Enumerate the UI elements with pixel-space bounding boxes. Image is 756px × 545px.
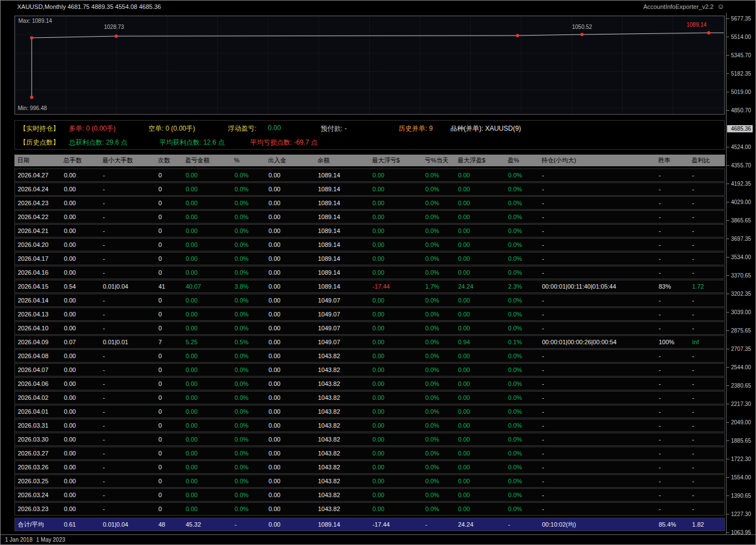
- cell-pnl-pct: 0.0%: [235, 266, 268, 279]
- cell-pnl: 0.00: [186, 169, 235, 181]
- price-axis-label: 5019.00: [731, 88, 751, 96]
- header-min-max-lots: 最小大手数: [102, 155, 158, 166]
- cell-balance: 1089.14: [318, 280, 372, 293]
- table-row[interactable]: 2026.04.150.540.01|0.044140.073.8%0.0010…: [14, 280, 725, 293]
- cell-profit-pct: 0.0%: [508, 225, 542, 237]
- table-row[interactable]: 2026.04.020.00-00.000.0%0.001043.820.000…: [14, 391, 725, 404]
- cell-win-rate: -: [659, 169, 692, 181]
- cell-min-max-lots: -: [103, 489, 158, 501]
- cell-hold-time: -: [542, 183, 659, 195]
- table-row[interactable]: 2026.04.200.00-00.000.0%0.001089.140.000…: [14, 238, 725, 251]
- cell-date: 2026.04.09: [18, 336, 64, 348]
- time-axis[interactable]: 1 Jan 2018 1 May 2023: [1, 534, 755, 544]
- cell-deposit-withdrawal: 0.00: [268, 489, 318, 501]
- cell-deposit-withdrawal: 0.00: [268, 239, 318, 251]
- cell-min-max-lots: 0.01|0.04: [103, 518, 158, 531]
- price-axis-label: 3697.35: [731, 235, 751, 242]
- table-row[interactable]: 2026.04.140.00-00.000.0%0.001049.070.000…: [14, 294, 725, 307]
- table-row[interactable]: 2026.04.160.00-00.000.0%0.001089.140.000…: [14, 266, 725, 279]
- table-row[interactable]: 2026.04.210.00-00.000.0%0.001089.140.000…: [14, 224, 725, 237]
- cell-loss-pct-day: 0.0%: [425, 364, 458, 376]
- cell-max-float-profit: 24.24: [458, 518, 508, 531]
- table-row[interactable]: 2026.04.010.00-00.000.0%0.001043.820.000…: [14, 405, 725, 418]
- cell-total-lots: 0.00: [64, 239, 103, 251]
- cell-win-rate: 85.4%: [659, 518, 692, 531]
- cell-max-float-loss: 0.00: [372, 169, 425, 181]
- cell-profit-pct: 0.0%: [508, 169, 542, 181]
- cell-date: 2026.04.22: [18, 211, 64, 223]
- table-row[interactable]: 2026.04.230.00-00.000.0%0.001089.140.000…: [14, 196, 725, 210]
- table-row[interactable]: 2026.03.300.00-00.000.0%0.001043.820.000…: [14, 433, 725, 446]
- table-row[interactable]: 2026.04.080.00-00.000.0%0.001043.820.000…: [14, 349, 725, 363]
- cell-hold-time: -: [542, 447, 659, 459]
- cell-pnl: 0.00: [186, 364, 235, 376]
- cell-loss-pct-day: 0.0%: [425, 183, 458, 195]
- header-max-float-loss: 最大浮亏$: [372, 155, 425, 166]
- price-axis-label: 2544.00: [731, 364, 751, 371]
- cell-profit-pct: 0.0%: [508, 475, 542, 487]
- price-axis-current-price: 4685.36: [727, 125, 753, 132]
- cell-loss-pct-day: 0.0%: [425, 475, 458, 487]
- table-row[interactable]: 2026.03.310.00-00.000.0%0.001043.820.000…: [14, 419, 725, 432]
- table-row[interactable]: 2026.04.270.00-00.000.0%0.001089.140.000…: [14, 169, 725, 182]
- cell-balance: 1043.82: [318, 503, 372, 515]
- cell-balance: 1043.82: [318, 461, 372, 473]
- cell-pnl: 0.00: [186, 239, 235, 251]
- table-row[interactable]: 2026.04.100.00-00.000.0%0.001049.070.000…: [14, 321, 725, 335]
- cell-pnl-pct: 0.0%: [235, 169, 268, 181]
- cell-deposit-withdrawal: 0.00: [268, 336, 318, 348]
- cell-balance: 1089.14: [318, 252, 372, 265]
- cell-pnl: 0.00: [186, 322, 235, 334]
- table-row[interactable]: 2026.04.170.00-00.000.0%0.001089.140.000…: [14, 252, 725, 265]
- table-row[interactable]: 2026.04.070.00-00.000.0%0.001043.820.000…: [14, 363, 725, 376]
- cell-profit-pct: 0.0%: [508, 183, 542, 195]
- cell-profit-pct: 0.0%: [508, 419, 542, 432]
- cell-profit-ratio: -: [692, 252, 725, 265]
- price-axis-label: 5345.70: [731, 52, 751, 59]
- cell-total-lots: 0.00: [64, 392, 103, 404]
- cell-deposit-withdrawal: 0.00: [268, 322, 318, 334]
- cell-profit-ratio: -: [692, 503, 725, 515]
- cell-max-float-profit: 24.24: [458, 280, 508, 293]
- cell-max-float-loss: 0.00: [372, 378, 425, 390]
- cell-trades: 0: [158, 294, 186, 306]
- cell-balance: 1043.82: [318, 419, 372, 432]
- cell-pnl-pct: 0.0%: [235, 378, 268, 390]
- cell-balance: 1049.07: [318, 294, 372, 306]
- table-row[interactable]: 2026.03.250.00-00.000.0%0.001043.820.000…: [14, 474, 725, 488]
- cell-win-rate: -: [659, 364, 692, 376]
- table-row[interactable]: 2026.04.090.070.01|0.0175.250.5%0.001049…: [14, 335, 725, 349]
- table-row[interactable]: 2026.03.230.00-00.000.0%0.001043.820.000…: [14, 502, 725, 516]
- cell-max-float-profit: 0.00: [458, 211, 508, 223]
- cell-deposit-withdrawal: 0.00: [268, 183, 318, 195]
- price-axis[interactable]: 5677.355514.005345.705182.355019.004850.…: [726, 13, 755, 534]
- cell-max-float-loss: 0.00: [372, 405, 425, 418]
- price-axis-label: 3534.00: [731, 254, 751, 261]
- cell-min-max-lots: -: [103, 225, 158, 237]
- cell-loss-pct-day: 0.0%: [425, 294, 458, 306]
- table-row[interactable]: 2026.04.220.00-00.000.0%0.001089.140.000…: [14, 210, 725, 224]
- cell-win-rate: -: [659, 239, 692, 251]
- cell-win-rate: -: [659, 419, 692, 432]
- table-summary-row[interactable]: 合计/平均0.610.01|0.044845.32-0.001089.14-17…: [14, 518, 725, 531]
- cell-min-max-lots: -: [103, 197, 158, 209]
- table-row[interactable]: 2026.03.260.00-00.000.0%0.001043.820.000…: [14, 460, 725, 474]
- cell-profit-pct: -: [508, 518, 542, 531]
- cell-date: 2026.04.14: [18, 294, 64, 306]
- cell-hold-time: 00:10:02(均): [542, 518, 659, 531]
- table-row[interactable]: 2026.04.240.00-00.000.0%0.001089.140.000…: [14, 182, 725, 196]
- cell-balance: 1089.14: [318, 266, 372, 279]
- cell-loss-pct-day: 0.0%: [425, 461, 458, 473]
- cell-pnl-pct: 0.0%: [235, 392, 268, 404]
- table-row[interactable]: 2026.04.130.00-00.000.0%0.001049.070.000…: [14, 308, 725, 321]
- indicator-smiley-icon: ☺: [717, 3, 724, 10]
- cell-deposit-withdrawal: 0.00: [268, 419, 318, 432]
- cell-max-float-loss: 0.00: [372, 433, 425, 445]
- cell-profit-pct: 0.0%: [508, 322, 542, 334]
- cell-pnl: 0.00: [186, 405, 235, 418]
- cell-pnl: 0.00: [186, 489, 235, 501]
- table-row[interactable]: 2026.03.240.00-00.000.0%0.001043.820.000…: [14, 488, 725, 502]
- table-row[interactable]: 2026.04.060.00-00.000.0%0.001043.820.000…: [14, 377, 725, 390]
- cell-total-lots: 0.00: [64, 475, 103, 487]
- table-row[interactable]: 2026.03.270.00-00.000.0%0.001043.820.000…: [14, 447, 725, 460]
